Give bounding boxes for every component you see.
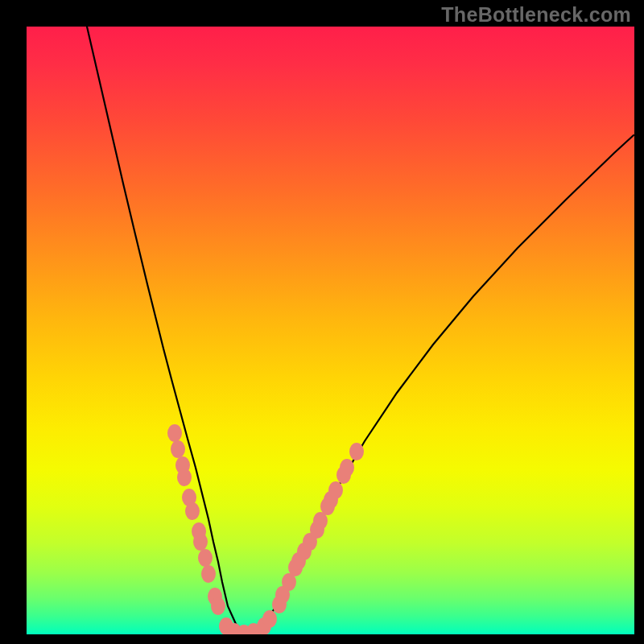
data-dot: [328, 481, 343, 499]
bottleneck-curve: [87, 27, 634, 632]
data-dot: [185, 502, 200, 520]
frame: TheBottleneck.com: [0, 0, 644, 644]
data-dot: [262, 610, 277, 628]
data-dot: [340, 459, 354, 477]
dots-group: [167, 424, 364, 634]
plot-area: [27, 27, 634, 634]
data-dot: [193, 533, 208, 551]
data-dot: [201, 565, 216, 583]
data-dot: [198, 549, 213, 567]
data-dot: [349, 443, 364, 460]
data-dot: [171, 440, 185, 458]
data-dot: [167, 424, 182, 442]
data-dot: [177, 469, 192, 486]
watermark-text: TheBottleneck.com: [441, 3, 631, 27]
chart-svg: [27, 27, 634, 634]
data-dot: [211, 597, 225, 615]
